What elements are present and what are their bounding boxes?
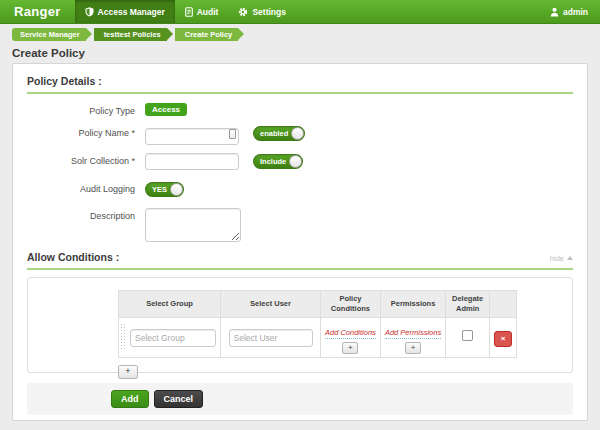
nav-settings[interactable]: Settings: [228, 0, 296, 23]
policy-name-label: Policy Name *: [27, 125, 145, 138]
breadcrumb: Service Manager testtest Policies Create…: [12, 28, 588, 41]
select-user-input[interactable]: [229, 329, 313, 347]
delete-row-button[interactable]: ×: [494, 331, 512, 347]
add-row-button[interactable]: +: [118, 365, 138, 379]
nav-audit[interactable]: Audit: [175, 0, 229, 23]
select-user-cell: [221, 317, 321, 357]
policy-name-row: Policy Name * enabled: [27, 125, 573, 145]
breadcrumb-service-manager[interactable]: Service Manager: [12, 28, 86, 41]
solr-collection-row: Solr Collection * Include: [27, 153, 573, 170]
col-delegate-admin: Delegate Admin: [446, 290, 490, 317]
toggle-knob: [289, 155, 302, 168]
allow-conditions-heading: Allow Conditions : hide: [27, 248, 573, 270]
select-group-cell: [119, 317, 221, 357]
file-icon: [185, 7, 193, 17]
description-textarea[interactable]: [145, 208, 241, 242]
user-name: admin: [563, 7, 588, 17]
solr-collection-label: Solr Collection *: [27, 153, 145, 166]
policy-details-heading: Policy Details :: [27, 72, 573, 94]
policy-type-badge: Access: [145, 103, 187, 116]
add-button[interactable]: Add: [111, 390, 149, 408]
policy-details-heading-label: Policy Details :: [27, 75, 102, 87]
add-permissions-link[interactable]: Add Permissions: [385, 328, 441, 339]
table-row: Add Conditions + Add Permissions + ×: [119, 317, 517, 357]
policy-type-row: Policy Type Access: [27, 103, 573, 116]
audit-logging-label: Audit Logging: [27, 182, 145, 194]
info-popup-icon[interactable]: [229, 129, 236, 139]
cancel-button[interactable]: Cancel: [154, 390, 204, 408]
add-conditions-plus-button[interactable]: +: [342, 342, 358, 354]
solr-collection-input[interactable]: [145, 153, 239, 170]
col-select-user: Select User: [221, 290, 321, 317]
include-toggle[interactable]: Include: [253, 154, 303, 169]
select-group-input[interactable]: [130, 329, 216, 347]
page-title: Create Policy: [12, 47, 588, 59]
include-toggle-label: Include: [260, 157, 286, 166]
breadcrumb-testtest-policies[interactable]: testtest Policies: [94, 28, 167, 41]
permissions-cell: Add Permissions +: [380, 317, 445, 357]
col-policy-conditions: Policy Conditions: [321, 290, 381, 317]
toggle-knob: [170, 183, 183, 196]
toggle-knob: [291, 127, 304, 140]
drag-handle[interactable]: [121, 324, 126, 350]
audit-toggle-label: YES: [152, 185, 167, 194]
hide-toggle[interactable]: hide: [550, 254, 573, 263]
delete-cell: ×: [490, 317, 517, 357]
ranger-logo: Ranger: [0, 0, 75, 23]
user-menu[interactable]: admin: [538, 0, 600, 23]
delegate-admin-checkbox[interactable]: [462, 330, 473, 341]
nav-access-manager-label: Access Manager: [98, 7, 165, 17]
add-permissions-plus-button[interactable]: +: [405, 342, 421, 354]
breadcrumb-create-policy[interactable]: Create Policy: [175, 28, 239, 41]
form-actions: Add Cancel: [27, 383, 573, 415]
policy-type-label: Policy Type: [27, 103, 145, 116]
top-navbar: Ranger Access Manager Audit Settings adm…: [0, 0, 600, 24]
col-actions: [490, 290, 517, 317]
description-label: Description: [27, 208, 145, 221]
col-permissions: Permissions: [380, 290, 445, 317]
nav-settings-label: Settings: [252, 7, 286, 17]
audit-logging-row: Audit Logging YES: [27, 182, 573, 197]
allow-conditions-heading-label: Allow Conditions :: [27, 251, 119, 263]
delegate-admin-cell: [446, 317, 490, 357]
gear-icon: [238, 7, 248, 17]
col-select-group: Select Group: [119, 290, 221, 317]
policy-conditions-cell: Add Conditions +: [321, 317, 381, 357]
enabled-toggle[interactable]: enabled: [253, 126, 305, 141]
audit-logging-toggle[interactable]: YES: [145, 182, 184, 197]
user-icon: [550, 7, 559, 17]
nav-access-manager[interactable]: Access Manager: [75, 0, 175, 23]
nav-audit-label: Audit: [197, 7, 219, 17]
conditions-table: Select Group Select User Policy Conditio…: [118, 290, 517, 358]
add-conditions-link[interactable]: Add Conditions: [325, 328, 376, 339]
shield-icon: [85, 7, 94, 17]
policy-name-input[interactable]: [145, 128, 239, 145]
hide-toggle-label: hide: [550, 254, 564, 263]
caret-up-icon: [567, 256, 573, 260]
allow-conditions-panel: Select Group Select User Policy Conditio…: [27, 277, 573, 373]
description-row: Description: [27, 208, 573, 242]
enabled-toggle-label: enabled: [260, 129, 288, 138]
create-policy-form: Policy Details : Policy Type Access Poli…: [12, 63, 588, 421]
